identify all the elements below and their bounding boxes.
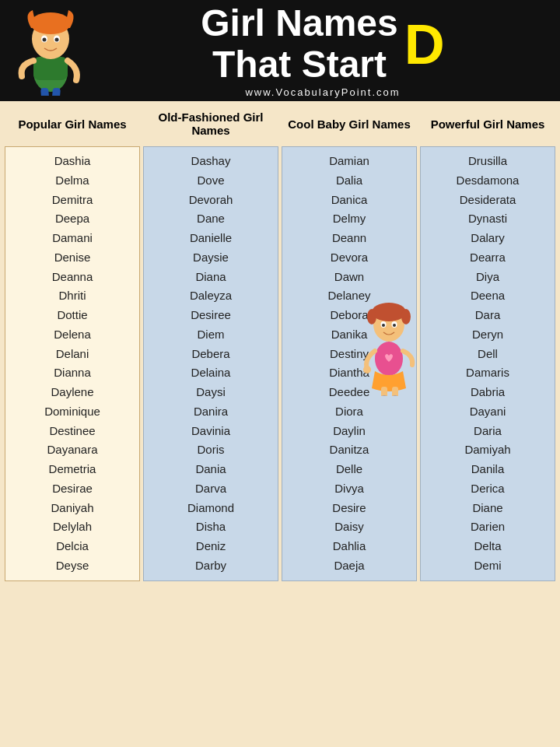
column-old-fashioned: Old-Fashioned Girl Names DashayDoveDevor… bbox=[143, 101, 278, 581]
list-item: Dashay bbox=[145, 152, 276, 171]
col-header-cool-baby: Cool Baby Girl Names bbox=[282, 101, 417, 146]
list-item: Demi bbox=[422, 556, 553, 576]
list-item: Diya bbox=[422, 268, 553, 287]
list-item: Drusilla bbox=[422, 152, 553, 171]
middle-girl-illustration bbox=[358, 303, 420, 396]
list-item: Demitra bbox=[7, 191, 138, 210]
list-item: Dove bbox=[145, 171, 276, 191]
list-item: Diamond bbox=[145, 499, 276, 518]
header-title-line2: That Start bbox=[212, 44, 387, 86]
header-website: www.VocabularyPoint.com bbox=[93, 86, 552, 98]
list-item: Deann bbox=[284, 229, 415, 248]
list-item: Daysie bbox=[145, 248, 276, 268]
column-cool-baby: Cool Baby Girl Names DamianDaliaDanicaDe… bbox=[282, 101, 417, 581]
list-item: Disha bbox=[145, 517, 276, 537]
svg-point-3 bbox=[30, 12, 71, 34]
list-item: Denise bbox=[7, 248, 138, 268]
svg-point-13 bbox=[372, 303, 406, 321]
list-item: Damaris bbox=[422, 363, 553, 383]
col-body-old-fashioned: DashayDoveDevorahDaneDanielleDaysieDiana… bbox=[143, 146, 278, 581]
header-letter: D bbox=[404, 16, 445, 72]
list-item: Darby bbox=[145, 556, 276, 576]
list-item: Deena bbox=[422, 286, 553, 306]
list-item: Desirae bbox=[7, 479, 138, 499]
svg-point-6 bbox=[43, 37, 47, 41]
list-item: Delmy bbox=[284, 209, 415, 229]
list-item: Divya bbox=[284, 479, 415, 499]
list-item: Darien bbox=[422, 517, 553, 537]
list-item: Dania bbox=[145, 460, 276, 479]
col-body-popular: DashiaDelmaDemitraDeepaDamaniDeniseDeann… bbox=[5, 146, 140, 581]
list-item: Dayani bbox=[422, 402, 553, 422]
list-item: Darva bbox=[145, 479, 276, 499]
names-list: DashiaDelmaDemitraDeepaDamaniDeniseDeann… bbox=[7, 152, 138, 576]
svg-rect-1 bbox=[33, 57, 68, 80]
page-header: Girl Names That Start D www.VocabularyPo… bbox=[0, 0, 560, 101]
list-item: Damiyah bbox=[422, 440, 553, 460]
list-item: Derica bbox=[422, 479, 553, 499]
list-item: Daylene bbox=[7, 383, 138, 402]
list-item: Daysi bbox=[145, 383, 276, 402]
list-item: Daisy bbox=[284, 517, 415, 537]
list-item: Daylin bbox=[284, 422, 415, 441]
list-item: Devorah bbox=[145, 191, 276, 210]
list-item: Dalia bbox=[284, 171, 415, 191]
list-item: Delani bbox=[7, 345, 138, 364]
list-item: Diana bbox=[145, 268, 276, 287]
list-item: Dabria bbox=[422, 383, 553, 402]
list-item: Dalary bbox=[422, 229, 553, 248]
header-text: Girl Names That Start D www.VocabularyPo… bbox=[93, 3, 552, 99]
columns-area: Popular Girl Names DashiaDelmaDemitraDee… bbox=[0, 101, 560, 581]
list-item: Devora bbox=[284, 248, 415, 268]
list-item: Doris bbox=[145, 440, 276, 460]
list-item: Davinia bbox=[145, 422, 276, 441]
list-item: Delle bbox=[284, 460, 415, 479]
list-item: Delma bbox=[7, 171, 138, 191]
list-item: Deryn bbox=[422, 325, 553, 345]
list-item: Dominique bbox=[7, 402, 138, 422]
list-item: Danielle bbox=[145, 229, 276, 248]
list-item: Delcia bbox=[7, 537, 138, 556]
list-item: Dara bbox=[422, 306, 553, 325]
svg-point-23 bbox=[379, 396, 390, 397]
header-girl-illustration bbox=[8, 6, 93, 96]
list-item: Delylah bbox=[7, 517, 138, 537]
list-item: Dearra bbox=[422, 248, 553, 268]
list-item: Desire bbox=[284, 499, 415, 518]
svg-point-14 bbox=[367, 309, 376, 324]
col-body-powerful: DrusillaDesdamonaDesiderataDynastiDalary… bbox=[420, 146, 555, 581]
header-title-line1: Girl Names bbox=[201, 3, 397, 44]
column-popular: Popular Girl Names DashiaDelmaDemitraDee… bbox=[5, 101, 140, 581]
list-item: Desiderata bbox=[422, 191, 553, 210]
list-item: Debera bbox=[145, 345, 276, 364]
list-item: Delta bbox=[422, 537, 553, 556]
list-item: Dianna bbox=[7, 363, 138, 383]
col-body-cool-baby: DamianDaliaDanicaDelmyDeannDevoraDawnDel… bbox=[282, 146, 417, 581]
list-item: Delena bbox=[7, 325, 138, 345]
list-item: Damian bbox=[284, 152, 415, 171]
list-item: Desiree bbox=[145, 306, 276, 325]
col-header-popular: Popular Girl Names bbox=[5, 101, 140, 146]
svg-point-25 bbox=[363, 366, 371, 374]
list-item: Dynasti bbox=[422, 209, 553, 229]
list-item: Dottie bbox=[7, 306, 138, 325]
list-item: Danitza bbox=[284, 440, 415, 460]
list-item: Daeja bbox=[284, 556, 415, 576]
names-list: DrusillaDesdamonaDesiderataDynastiDalary… bbox=[422, 152, 553, 576]
list-item: Dayanara bbox=[7, 440, 138, 460]
svg-point-24 bbox=[390, 396, 401, 397]
svg-rect-21 bbox=[381, 387, 387, 396]
list-item: Deniz bbox=[145, 537, 276, 556]
list-item: Deyse bbox=[7, 556, 138, 576]
col-header-powerful: Powerful Girl Names bbox=[420, 101, 555, 146]
svg-point-15 bbox=[401, 309, 411, 324]
svg-point-18 bbox=[382, 324, 385, 327]
list-item: Demetria bbox=[7, 460, 138, 479]
list-item: Deanna bbox=[7, 268, 138, 287]
list-item: Daria bbox=[422, 422, 553, 441]
list-item: Dane bbox=[145, 209, 276, 229]
list-item: Desdamona bbox=[422, 171, 553, 191]
list-item: Daleyza bbox=[145, 286, 276, 306]
list-item: Diem bbox=[145, 325, 276, 345]
list-item: Diane bbox=[422, 499, 553, 518]
